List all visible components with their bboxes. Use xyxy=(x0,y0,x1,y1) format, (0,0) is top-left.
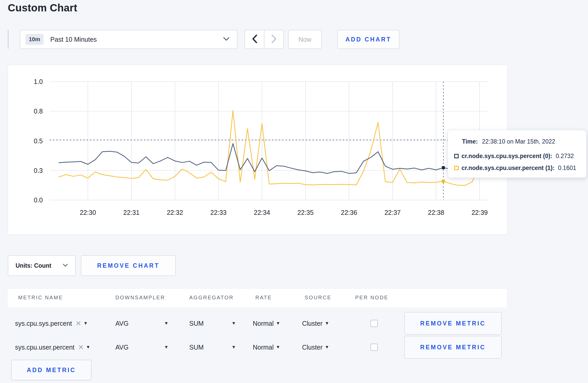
page-title: Custom Chart xyxy=(8,2,77,14)
tooltip-series-label: cr.node.sys.cpu.sys.percent (0): xyxy=(461,153,552,160)
chart-hover-tooltip: Time: 22:38:10 on Mar 15th, 2022 cr.node… xyxy=(448,130,586,178)
dropdown-caret-icon[interactable]: ▼ xyxy=(84,345,90,350)
now-button[interactable]: Now xyxy=(288,30,322,49)
tooltip-series-value: 0.1601 xyxy=(558,165,576,172)
series-line-cpu-sys-percent xyxy=(59,144,494,173)
y-axis-tick-label: 0.3 xyxy=(34,167,43,174)
dropdown-caret-icon[interactable]: ▼ xyxy=(164,321,169,326)
x-axis-tick-label: 22:36 xyxy=(341,209,357,216)
units-dropdown[interactable]: Units: Count xyxy=(8,255,76,276)
y-axis-tick-label: 0.8 xyxy=(34,108,43,115)
add-chart-button[interactable]: ADD CHART xyxy=(337,30,400,49)
rate-select[interactable]: Normal ▼ xyxy=(253,311,280,335)
series-line-cpu-user-percent xyxy=(59,111,494,185)
x-axis-tick-label: 22:39 xyxy=(472,209,488,216)
hover-point-marker xyxy=(442,166,445,169)
next-timeframe-button[interactable] xyxy=(264,30,283,48)
x-axis-tick-label: 22:35 xyxy=(297,209,314,216)
rate-value: Normal xyxy=(253,320,274,327)
aggregator-value: SUM xyxy=(189,320,204,327)
tooltip-time-value: 22:38:10 on Mar 15th, 2022 xyxy=(482,138,555,145)
source-select[interactable]: Cluster ▼ xyxy=(302,311,329,335)
clear-metric-icon[interactable]: ✕ xyxy=(76,320,81,328)
units-label: Units: Count xyxy=(16,262,51,269)
metric-table-row: sys.cpu.sys.percent✕ ▼AVG▼SUM▼Normal ▼Cl… xyxy=(0,311,588,335)
per-node-checkbox[interactable] xyxy=(370,344,378,351)
column-header-per-node: PER NODE xyxy=(355,295,388,301)
previous-timeframe-button[interactable] xyxy=(245,30,264,48)
time-range-label: Past 10 Minutes xyxy=(50,36,97,43)
x-axis-tick-label: 22:33 xyxy=(210,209,227,216)
dropdown-caret-icon[interactable]: ▼ xyxy=(274,345,280,350)
dropdown-caret-icon[interactable]: ▼ xyxy=(164,345,169,350)
downsampler-value: AVG xyxy=(115,344,129,351)
time-step-button-group xyxy=(244,30,284,49)
source-select[interactable]: Cluster ▼ xyxy=(302,335,329,359)
metric-name-value: sys.cpu.sys.percent xyxy=(15,320,72,327)
source-value: Cluster xyxy=(302,320,323,327)
aggregator-select[interactable]: SUM xyxy=(189,311,204,335)
dropdown-caret-icon[interactable]: ▼ xyxy=(232,345,236,350)
x-axis-tick-label: 22:32 xyxy=(167,209,183,216)
tooltip-series-label: cr.node.sys.cpu.user.percent (1): xyxy=(461,165,555,172)
x-axis-tick-label: 22:30 xyxy=(80,209,96,216)
dropdown-caret-icon[interactable]: ▼ xyxy=(323,321,329,326)
tooltip-series-row: cr.node.sys.cpu.user.percent (1):0.1601 xyxy=(454,165,576,172)
metric-name-dropdown[interactable]: sys.cpu.user.percent✕ ▼ xyxy=(15,335,90,359)
column-header-rate: RATE xyxy=(255,295,272,301)
downsampler-value: AVG xyxy=(115,320,129,327)
chart-card: 0.00.30.50.81.022:3022:3122:3222:3322:34… xyxy=(8,65,507,235)
rate-select[interactable]: Normal ▼ xyxy=(253,335,280,359)
column-header-source: SOURCE xyxy=(305,295,332,301)
remove-metric-button[interactable]: REMOVE METRIC xyxy=(404,336,502,359)
column-header-downsampler: DOWNSAMPLER xyxy=(115,295,165,301)
dropdown-caret-icon[interactable]: ▼ xyxy=(274,321,280,326)
tooltip-series-value: 0.2732 xyxy=(556,153,574,160)
series-swatch-icon xyxy=(454,154,459,158)
dropdown-caret-icon[interactable]: ▼ xyxy=(232,321,236,326)
remove-metric-button[interactable]: REMOVE METRIC xyxy=(404,312,502,335)
source-value: Cluster xyxy=(302,344,323,351)
x-axis-tick-label: 22:37 xyxy=(384,209,401,216)
dropdown-caret-icon[interactable]: ▼ xyxy=(323,345,329,350)
y-axis-tick-label: 0.5 xyxy=(34,137,43,145)
y-axis-tick-label: 0.0 xyxy=(34,196,43,204)
add-metric-button[interactable]: ADD METRIC xyxy=(11,360,92,380)
chevron-down-icon xyxy=(63,263,68,268)
dropdown-caret-icon[interactable]: ▼ xyxy=(81,321,88,326)
tooltip-series-row: cr.node.sys.cpu.sys.percent (0):0.2732 xyxy=(454,153,574,160)
downsampler-select[interactable]: AVG xyxy=(115,311,129,335)
tooltip-time-label: Time: xyxy=(462,138,478,145)
x-axis-tick-label: 22:34 xyxy=(254,209,270,216)
series-swatch-icon xyxy=(454,166,459,170)
x-axis-tick-label: 22:31 xyxy=(123,209,140,216)
time-range-dropdown[interactable]: 10m Past 10 Minutes xyxy=(20,30,237,49)
column-header-metric-name: METRIC NAME xyxy=(18,295,63,301)
custom-chart-plot[interactable]: 0.00.30.50.81.022:3022:3122:3222:3322:34… xyxy=(8,65,508,235)
chevron-left-icon xyxy=(252,34,257,44)
rate-value: Normal xyxy=(253,344,274,351)
x-axis-tick-label: 22:38 xyxy=(428,209,444,216)
y-axis-tick-label: 1.0 xyxy=(34,78,43,85)
per-node-checkbox[interactable] xyxy=(370,320,378,327)
metric-name-dropdown[interactable]: sys.cpu.sys.percent✕ ▼ xyxy=(15,311,88,335)
clear-metric-icon[interactable]: ✕ xyxy=(78,343,84,351)
metric-table-row: sys.cpu.user.percent✕ ▼AVG▼SUM▼Normal ▼C… xyxy=(0,335,588,359)
remove-chart-button[interactable]: REMOVE CHART xyxy=(81,255,176,276)
metrics-table-header: METRIC NAME DOWNSAMPLER AGGREGATOR RATE … xyxy=(8,289,507,308)
aggregator-value: SUM xyxy=(189,344,204,351)
metric-name-value: sys.cpu.user.percent xyxy=(15,344,74,351)
chevron-down-icon xyxy=(223,37,230,42)
downsampler-select[interactable]: AVG xyxy=(115,335,129,359)
chevron-right-icon xyxy=(271,34,277,44)
time-range-badge: 10m xyxy=(25,34,44,45)
column-header-aggregator: AGGREGATOR xyxy=(189,295,234,301)
hover-point-marker xyxy=(442,180,445,183)
toolbar-left-divider xyxy=(8,30,9,49)
aggregator-select[interactable]: SUM xyxy=(189,335,204,359)
